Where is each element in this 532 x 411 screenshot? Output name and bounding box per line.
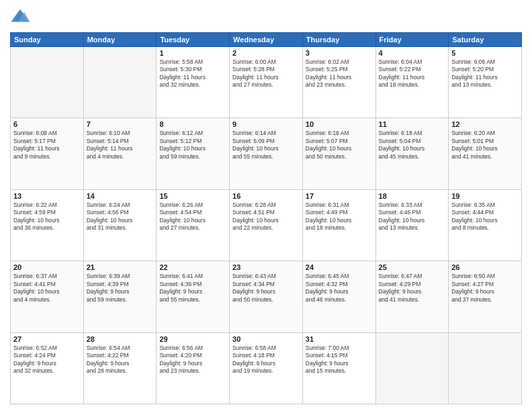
weekday-header-wednesday: Wednesday [230,33,303,47]
day-info: Sunrise: 6:12 AM Sunset: 5:12 PM Dayligh… [159,130,226,161]
day-info: Sunrise: 6:00 AM Sunset: 5:28 PM Dayligh… [232,58,300,89]
calendar-cell: 20Sunrise: 6:37 AM Sunset: 4:41 PM Dayli… [11,261,84,332]
calendar-cell: 4Sunrise: 6:04 AM Sunset: 5:22 PM Daylig… [375,47,449,118]
weekday-header-saturday: Saturday [449,33,522,47]
weekday-header-monday: Monday [83,33,157,47]
calendar-cell: 17Sunrise: 6:31 AM Sunset: 4:49 PM Dayli… [302,189,375,261]
logo-icon [10,7,30,27]
day-number: 25 [379,263,446,271]
week-row-3: 13Sunrise: 6:22 AM Sunset: 4:59 PM Dayli… [11,189,522,261]
day-info: Sunrise: 6:50 AM Sunset: 4:27 PM Dayligh… [451,273,519,304]
logo [10,7,33,27]
day-number: 30 [232,335,300,343]
calendar-cell: 24Sunrise: 6:45 AM Sunset: 4:32 PM Dayli… [302,261,375,332]
day-info: Sunrise: 6:41 AM Sunset: 4:36 PM Dayligh… [159,273,226,304]
day-number: 28 [87,335,154,343]
day-number: 5 [451,49,519,57]
day-number: 1 [159,49,226,57]
weekday-header-sunday: Sunday [11,33,84,47]
calendar-cell [83,47,157,118]
day-info: Sunrise: 6:10 AM Sunset: 5:14 PM Dayligh… [87,130,154,161]
day-number: 29 [159,335,226,343]
calendar-cell: 12Sunrise: 6:20 AM Sunset: 5:01 PM Dayli… [449,118,522,189]
calendar-cell: 3Sunrise: 6:02 AM Sunset: 5:25 PM Daylig… [302,47,375,118]
calendar-cell: 22Sunrise: 6:41 AM Sunset: 4:36 PM Dayli… [157,261,230,332]
day-info: Sunrise: 6:31 AM Sunset: 4:49 PM Dayligh… [306,201,373,232]
calendar-cell: 9Sunrise: 6:14 AM Sunset: 5:09 PM Daylig… [230,118,303,189]
day-number: 20 [13,263,81,271]
day-number: 17 [306,192,373,200]
calendar-cell: 19Sunrise: 6:35 AM Sunset: 4:44 PM Dayli… [449,189,522,261]
calendar-cell: 28Sunrise: 6:54 AM Sunset: 4:22 PM Dayli… [83,332,157,404]
day-info: Sunrise: 6:04 AM Sunset: 5:22 PM Dayligh… [379,58,446,89]
day-number: 2 [232,49,300,57]
weekday-header-friday: Friday [375,33,449,47]
day-info: Sunrise: 6:45 AM Sunset: 4:32 PM Dayligh… [306,273,373,304]
day-info: Sunrise: 6:26 AM Sunset: 4:54 PM Dayligh… [159,201,226,232]
day-number: 14 [87,192,154,200]
day-number: 6 [13,120,81,128]
day-number: 15 [159,192,226,200]
calendar-cell: 29Sunrise: 6:56 AM Sunset: 4:20 PM Dayli… [157,332,230,404]
day-info: Sunrise: 6:06 AM Sunset: 5:20 PM Dayligh… [451,58,519,89]
day-number: 11 [379,120,446,128]
calendar-cell: 10Sunrise: 6:16 AM Sunset: 5:07 PM Dayli… [302,118,375,189]
calendar-cell: 11Sunrise: 6:18 AM Sunset: 5:04 PM Dayli… [375,118,449,189]
calendar-cell [375,332,449,404]
weekday-header-row: SundayMondayTuesdayWednesdayThursdayFrid… [11,33,522,47]
calendar-cell: 27Sunrise: 6:52 AM Sunset: 4:24 PM Dayli… [11,332,84,404]
day-info: Sunrise: 6:22 AM Sunset: 4:59 PM Dayligh… [13,201,81,232]
day-info: Sunrise: 6:56 AM Sunset: 4:20 PM Dayligh… [159,345,226,375]
calendar-cell: 18Sunrise: 6:33 AM Sunset: 4:46 PM Dayli… [375,189,449,261]
week-row-2: 6Sunrise: 6:08 AM Sunset: 5:17 PM Daylig… [11,118,522,189]
day-number: 10 [306,120,373,128]
day-info: Sunrise: 7:00 AM Sunset: 4:15 PM Dayligh… [306,345,373,375]
day-info: Sunrise: 6:35 AM Sunset: 4:44 PM Dayligh… [451,201,519,232]
calendar-cell [449,332,522,404]
day-number: 3 [306,49,373,57]
day-info: Sunrise: 6:08 AM Sunset: 5:17 PM Dayligh… [13,130,81,161]
calendar-cell: 16Sunrise: 6:28 AM Sunset: 4:51 PM Dayli… [230,189,303,261]
day-info: Sunrise: 6:54 AM Sunset: 4:22 PM Dayligh… [87,345,154,375]
day-info: Sunrise: 6:47 AM Sunset: 4:29 PM Dayligh… [379,273,446,304]
day-number: 24 [306,263,373,271]
calendar-cell [11,47,84,118]
day-number: 8 [159,120,226,128]
day-number: 23 [232,263,300,271]
calendar-cell: 7Sunrise: 6:10 AM Sunset: 5:14 PM Daylig… [83,118,157,189]
day-info: Sunrise: 6:58 AM Sunset: 4:18 PM Dayligh… [232,345,300,375]
week-row-4: 20Sunrise: 6:37 AM Sunset: 4:41 PM Dayli… [11,261,522,332]
day-info: Sunrise: 6:02 AM Sunset: 5:25 PM Dayligh… [306,58,373,89]
calendar-cell: 14Sunrise: 6:24 AM Sunset: 4:56 PM Dayli… [83,189,157,261]
weekday-header-thursday: Thursday [302,33,375,47]
day-info: Sunrise: 6:33 AM Sunset: 4:46 PM Dayligh… [379,201,446,232]
day-info: Sunrise: 6:52 AM Sunset: 4:24 PM Dayligh… [13,345,81,375]
calendar-table: SundayMondayTuesdayWednesdayThursdayFrid… [10,32,522,404]
week-row-1: 1Sunrise: 5:58 AM Sunset: 5:30 PM Daylig… [11,47,522,118]
calendar-cell: 31Sunrise: 7:00 AM Sunset: 4:15 PM Dayli… [302,332,375,404]
calendar-cell: 8Sunrise: 6:12 AM Sunset: 5:12 PM Daylig… [157,118,230,189]
calendar-cell: 13Sunrise: 6:22 AM Sunset: 4:59 PM Dayli… [11,189,84,261]
day-info: Sunrise: 5:58 AM Sunset: 5:30 PM Dayligh… [159,58,226,89]
calendar-cell: 6Sunrise: 6:08 AM Sunset: 5:17 PM Daylig… [11,118,84,189]
weekday-header-tuesday: Tuesday [157,33,230,47]
day-number: 31 [306,335,373,343]
day-number: 7 [87,120,154,128]
day-info: Sunrise: 6:28 AM Sunset: 4:51 PM Dayligh… [232,201,300,232]
day-number: 21 [87,263,154,271]
day-info: Sunrise: 6:24 AM Sunset: 4:56 PM Dayligh… [87,201,154,232]
day-info: Sunrise: 6:20 AM Sunset: 5:01 PM Dayligh… [451,130,519,161]
calendar-cell: 21Sunrise: 6:39 AM Sunset: 4:39 PM Dayli… [83,261,157,332]
calendar-cell: 30Sunrise: 6:58 AM Sunset: 4:18 PM Dayli… [230,332,303,404]
day-info: Sunrise: 6:39 AM Sunset: 4:39 PM Dayligh… [87,273,154,304]
calendar-cell: 23Sunrise: 6:43 AM Sunset: 4:34 PM Dayli… [230,261,303,332]
calendar-cell: 26Sunrise: 6:50 AM Sunset: 4:27 PM Dayli… [449,261,522,332]
calendar-cell: 15Sunrise: 6:26 AM Sunset: 4:54 PM Dayli… [157,189,230,261]
day-number: 9 [232,120,300,128]
day-number: 26 [451,263,519,271]
day-number: 13 [13,192,81,200]
day-info: Sunrise: 6:43 AM Sunset: 4:34 PM Dayligh… [232,273,300,304]
day-number: 22 [159,263,226,271]
day-number: 27 [13,335,81,343]
calendar-cell: 2Sunrise: 6:00 AM Sunset: 5:28 PM Daylig… [230,47,303,118]
